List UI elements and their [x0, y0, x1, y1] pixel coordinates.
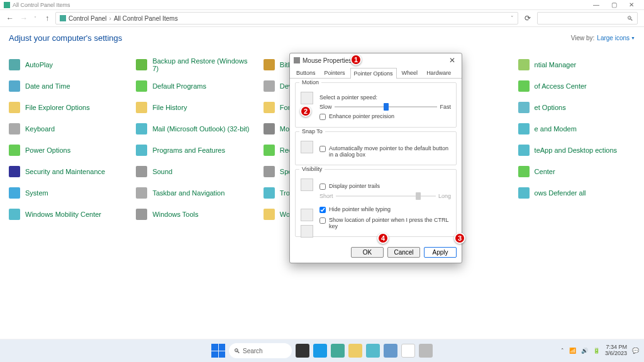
control-panel-item[interactable]: teApp and Desktop ections	[516, 140, 638, 161]
ok-button[interactable]: OK	[351, 247, 384, 258]
start-button[interactable]	[211, 344, 225, 358]
cancel-button[interactable]: Cancel	[387, 247, 420, 258]
control-panel-item[interactable]: Programs and Features	[133, 140, 255, 161]
control-panel-item[interactable]: Center	[516, 161, 638, 182]
window-title: All Control Panel Items	[13, 2, 70, 8]
item-icon	[264, 59, 275, 70]
control-panel-item[interactable]: Sound	[133, 161, 255, 182]
control-panel-item[interactable]: et Options	[516, 97, 638, 118]
pointer-speed-icon	[301, 92, 313, 104]
control-panel-item[interactable]: Default Programs	[133, 75, 255, 97]
search-icon: 🔍︎	[627, 15, 633, 22]
dialog-close-button[interactable]: ✕	[447, 56, 458, 65]
snapto-checkbox[interactable]: Automatically move pointer to the defaul…	[319, 145, 451, 158]
item-label: teApp and Desktop ections	[535, 146, 617, 154]
wifi-icon[interactable]: 📶	[569, 348, 576, 354]
control-panel-item[interactable]: Date and Time	[6, 75, 128, 97]
item-icon	[136, 166, 147, 177]
tab-pointer-options[interactable]: Pointer Options	[350, 68, 397, 79]
pointer-trails-checkbox[interactable]: Display pointer trails	[319, 183, 451, 190]
maximize-button[interactable]: ▢	[605, 1, 623, 8]
speed-label: Select a pointer speed:	[319, 94, 451, 101]
chrome-icon[interactable]	[401, 344, 415, 358]
tab-hardware[interactable]: Hardware	[423, 67, 455, 78]
address-bar[interactable]: Control Panel › All Control Panel Items …	[55, 12, 518, 25]
control-panel-item[interactable]: Keyboard	[6, 118, 128, 140]
battery-icon[interactable]: 🔋	[593, 348, 600, 354]
crumb-root[interactable]: Control Panel	[69, 15, 107, 22]
snapto-title: Snap To	[299, 128, 325, 134]
control-panel-item[interactable]: ows Defender all	[516, 182, 638, 204]
refresh-button[interactable]: ⟳	[525, 14, 531, 23]
taskview-icon[interactable]	[296, 344, 309, 358]
settings-icon[interactable]	[366, 344, 380, 358]
item-label: Center	[535, 168, 555, 175]
recent-dropdown[interactable]: ˅	[34, 16, 36, 21]
close-button[interactable]: ✕	[623, 1, 640, 8]
item-icon	[9, 187, 20, 199]
app-pin-icon[interactable]	[419, 344, 433, 358]
clock[interactable]: 7:34 PM 3/6/2023	[605, 344, 627, 357]
control-panel-item[interactable]: Backup and Restore (Windows 7)	[133, 54, 255, 75]
apply-button[interactable]: Apply	[424, 247, 457, 258]
tab-wheel[interactable]: Wheel	[398, 67, 422, 78]
address-dropdown[interactable]: ˅	[511, 15, 514, 21]
control-panel-item[interactable]: Taskbar and Navigation	[133, 182, 255, 204]
control-panel-item[interactable]: Windows Mobility Center	[6, 204, 128, 225]
control-panel-item[interactable]: System	[6, 182, 128, 204]
item-label: File History	[152, 104, 187, 111]
control-panel-item[interactable]: Windows Tools	[133, 204, 255, 225]
annotation-marker-4: 4	[377, 233, 389, 244]
pointer-speed-slider[interactable]	[335, 103, 438, 111]
chevron-icon: ›	[109, 15, 111, 22]
control-panel-item[interactable]: e and Modem	[516, 118, 638, 140]
control-panel-pin-icon[interactable]	[331, 344, 345, 358]
control-panel-item[interactable]: AutoPlay	[6, 54, 128, 75]
item-icon	[136, 187, 147, 199]
edge-icon[interactable]	[313, 344, 327, 358]
item-icon	[264, 80, 275, 92]
up-button[interactable]: ↑	[45, 14, 49, 23]
item-icon	[9, 145, 20, 156]
annotation-marker-3: 3	[454, 233, 465, 244]
notepad-icon[interactable]	[384, 344, 397, 358]
crumb-current[interactable]: All Control Panel Items	[114, 15, 178, 22]
volume-icon[interactable]: 🔊	[581, 348, 588, 354]
control-panel-item[interactable]: Power Options	[6, 140, 128, 161]
taskbar: 🔍︎ Search ˄ 📶 🔊 🔋 7:34 PM 3/6/2023 💬	[0, 339, 644, 362]
item-icon	[518, 166, 530, 177]
ctrl-locate-checkbox[interactable]: Show location of pointer when I press th…	[319, 217, 451, 229]
control-panel-item[interactable]: Security and Maintenance	[6, 161, 128, 182]
search-box[interactable]: 🔍︎	[537, 12, 638, 25]
taskbar-search[interactable]: 🔍︎ Search	[229, 343, 292, 358]
enhance-precision-checkbox[interactable]: Enhance pointer precision	[319, 113, 451, 120]
control-panel-item[interactable]: File Explorer Options	[6, 97, 128, 118]
tab-pointers[interactable]: Pointers	[321, 67, 349, 78]
hide-pointer-checkbox[interactable]: Hide pointer while typing	[319, 206, 451, 213]
item-label: Keyboard	[25, 125, 55, 133]
item-label: System	[25, 189, 48, 197]
item-label: File Explorer Options	[25, 104, 90, 111]
dialog-titlebar[interactable]: Mouse Properties ✕	[290, 53, 462, 67]
item-icon	[136, 59, 147, 70]
item-label: Windows Mobility Center	[25, 211, 101, 218]
notifications-icon[interactable]: 💬	[632, 348, 639, 354]
item-icon	[136, 102, 147, 113]
minimize-button[interactable]: —	[587, 1, 605, 8]
forward-button[interactable]: →	[20, 14, 28, 23]
item-label: Date and Time	[25, 82, 70, 90]
explorer-icon[interactable]	[348, 344, 362, 358]
viewby-select[interactable]: Large icons	[597, 35, 630, 41]
control-panel-item[interactable]: ntial Manager	[516, 54, 638, 75]
back-button[interactable]: ←	[6, 14, 14, 23]
visibility-title: Visibility	[299, 166, 325, 172]
search-icon: 🔍︎	[234, 348, 240, 354]
item-icon	[264, 145, 275, 156]
tray-chevron-icon[interactable]: ˄	[561, 348, 564, 354]
control-panel-item[interactable]: of Access Center	[516, 75, 638, 97]
control-panel-item[interactable]: Mail (Microsoft Outlook) (32-bit)	[133, 118, 255, 140]
control-panel-item[interactable]: File History	[133, 97, 255, 118]
app-icon	[4, 2, 10, 8]
trails-icon	[301, 178, 313, 191]
tab-buttons[interactable]: Buttons	[292, 67, 319, 78]
